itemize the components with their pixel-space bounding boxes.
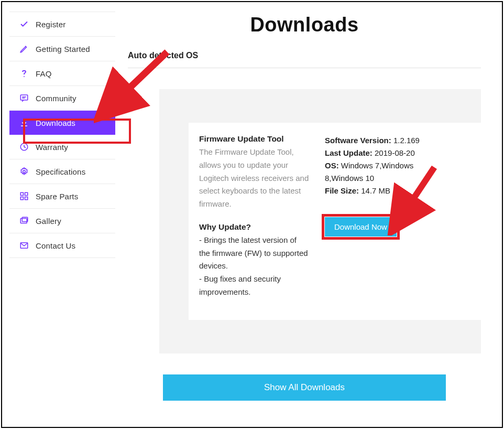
why-line-1: - Brings the latest version of the firmw… bbox=[199, 234, 309, 273]
download-card: Firmware Update Tool The Firmware Update… bbox=[159, 89, 481, 353]
question-icon bbox=[19, 68, 29, 79]
download-now-button[interactable]: Download Now bbox=[325, 217, 397, 237]
show-all-downloads-button[interactable]: Show All Downloads bbox=[163, 374, 446, 401]
sidebar-item-spare-parts[interactable]: Spare Parts bbox=[9, 184, 115, 209]
main-content: Downloads Auto detected OS Firmware Upda… bbox=[123, 2, 502, 427]
download-icon bbox=[19, 117, 29, 128]
sidebar-item-label: Downloads bbox=[36, 119, 75, 127]
svg-rect-9 bbox=[20, 197, 23, 200]
sidebar-item-label: Contact Us bbox=[36, 241, 75, 250]
tool-description: The Firmware Update Tool, allows you to … bbox=[199, 146, 309, 211]
tool-description-column: Firmware Update Tool The Firmware Update… bbox=[199, 134, 309, 299]
sidebar-item-register[interactable]: Register bbox=[9, 12, 115, 37]
os-subtitle: Auto detected OS bbox=[128, 51, 481, 68]
gear-icon bbox=[19, 166, 29, 177]
svg-point-0 bbox=[24, 76, 25, 77]
svg-rect-1 bbox=[20, 95, 28, 100]
svg-rect-11 bbox=[20, 219, 27, 223]
clock-icon bbox=[19, 142, 29, 152]
meta-version: Software Version: 1.2.169 bbox=[325, 134, 430, 147]
svg-rect-10 bbox=[25, 197, 28, 200]
tool-meta-column: Software Version: 1.2.169 Last Update: 2… bbox=[325, 134, 430, 299]
sidebar-item-label: Gallery bbox=[36, 217, 61, 226]
check-icon bbox=[19, 19, 29, 29]
sidebar-item-warranty[interactable]: Warranty bbox=[9, 135, 115, 159]
sidebar-item-downloads[interactable]: Downloads bbox=[9, 111, 115, 135]
sidebar-item-faq[interactable]: FAQ bbox=[9, 61, 115, 86]
svg-rect-7 bbox=[20, 192, 23, 195]
sidebar-item-getting-started[interactable]: Getting Started bbox=[9, 37, 115, 61]
gallery-icon bbox=[19, 216, 29, 226]
mail-icon bbox=[19, 240, 29, 251]
why-update-title: Why Update? bbox=[199, 222, 309, 232]
chat-icon bbox=[19, 93, 29, 103]
sidebar-item-label: Register bbox=[36, 20, 65, 29]
sidebar-item-label: Specifications bbox=[36, 167, 85, 176]
sidebar-item-community[interactable]: Community bbox=[9, 86, 115, 111]
sidebar-item-label: Community bbox=[36, 94, 76, 103]
sidebar-item-label: Warranty bbox=[36, 143, 68, 152]
svg-rect-8 bbox=[25, 192, 28, 195]
sidebar-item-label: FAQ bbox=[36, 69, 52, 78]
sidebar-item-gallery[interactable]: Gallery bbox=[9, 209, 115, 233]
grid-icon bbox=[19, 191, 29, 201]
why-update-body: - Brings the latest version of the firmw… bbox=[199, 234, 309, 299]
meta-os: OS: Windows 7,Windows 8,Windows 10 bbox=[325, 159, 430, 185]
sidebar-item-label: Spare Parts bbox=[36, 192, 78, 201]
why-line-2: - Bug fixes and security improvements. bbox=[199, 273, 309, 299]
meta-last-update: Last Update: 2019-08-20 bbox=[325, 147, 430, 159]
sidebar: Register Getting Started FAQ Community bbox=[2, 2, 123, 427]
tool-title: Firmware Update Tool bbox=[199, 134, 309, 144]
sidebar-item-label: Getting Started bbox=[36, 45, 90, 53]
meta-filesize: File Size: 14.7 MB bbox=[325, 185, 430, 197]
sidebar-item-specifications[interactable]: Specifications bbox=[9, 159, 115, 184]
page-title: Downloads bbox=[128, 14, 481, 36]
svg-point-6 bbox=[23, 170, 26, 173]
sidebar-item-contact-us[interactable]: Contact Us bbox=[9, 233, 115, 258]
pencil-icon bbox=[19, 44, 29, 54]
